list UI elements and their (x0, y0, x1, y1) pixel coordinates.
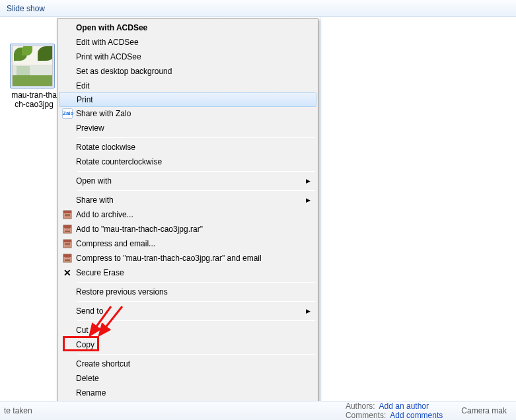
menu-add-to-rar[interactable]: Add to "mau-tran-thach-cao3jpg.rar" (59, 222, 316, 236)
right-pane (320, 17, 516, 401)
menu-copy[interactable]: Copy (59, 337, 316, 352)
winrar-icon (62, 209, 73, 220)
separator (77, 190, 315, 191)
camera-make-label: Camera mak (461, 406, 507, 415)
menu-send-to[interactable]: Send to▶ (59, 304, 316, 318)
svg-rect-11 (63, 240, 71, 242)
svg-rect-17 (65, 258, 70, 258)
svg-rect-4 (65, 217, 70, 217)
svg-rect-2 (65, 214, 70, 215)
menu-edit[interactable]: Edit (59, 79, 316, 93)
svg-rect-16 (63, 254, 71, 257)
menu-print[interactable]: Print (59, 92, 316, 107)
status-date-taken: te taken (0, 406, 53, 415)
submenu-arrow-icon: ▶ (303, 178, 313, 184)
svg-rect-6 (63, 225, 71, 228)
menu-rotate-ccw[interactable]: Rotate counterclockwise (59, 155, 316, 169)
menu-delete[interactable]: Delete (59, 371, 316, 386)
slide-show-button[interactable]: Slide show (7, 4, 45, 13)
menu-create-shortcut[interactable]: Create shortcut (59, 357, 316, 371)
menu-restore-prev[interactable]: Restore previous versions (59, 285, 316, 299)
svg-rect-1 (63, 211, 71, 213)
menu-open-with[interactable]: Open with▶ (59, 174, 316, 188)
menu-open-acdsee[interactable]: Open with ACDSee (59, 20, 316, 35)
menu-edit-acdsee[interactable]: Edit with ACDSee (59, 35, 316, 50)
toolbar: Slide show (0, 0, 516, 17)
separator (77, 282, 315, 283)
winrar-icon (62, 253, 73, 263)
separator (77, 137, 315, 138)
file-thumbnail[interactable]: mau-tran-thach-cao3jpg (10, 44, 58, 109)
svg-rect-7 (65, 228, 70, 229)
svg-rect-14 (65, 246, 70, 246)
menu-share-with[interactable]: Share with▶ (59, 193, 316, 207)
svg-rect-12 (65, 243, 70, 244)
menu-print-acdsee[interactable]: Print with ACDSee (59, 50, 316, 64)
svg-rect-9 (65, 231, 70, 232)
svg-rect-18 (65, 259, 70, 260)
menu-cut[interactable]: Cut (59, 323, 316, 337)
menu-compress-to-email[interactable]: Compress to "mau-tran-thach-cao3jpg.rar"… (59, 251, 316, 265)
menu-set-desktop[interactable]: Set as desktop background (59, 64, 316, 79)
menu-compress-email[interactable]: Compress and email... (59, 236, 316, 251)
menu-preview[interactable]: Preview (59, 121, 316, 135)
authors-value[interactable]: Add an author (379, 402, 429, 411)
comments-value[interactable]: Add comments (390, 411, 443, 420)
context-menu: Open with ACDSee Edit with ACDSee Print … (57, 18, 318, 420)
submenu-arrow-icon: ▶ (303, 308, 313, 314)
svg-rect-8 (65, 230, 70, 230)
separator (77, 171, 315, 172)
menu-share-zalo[interactable]: ZaloShare with Zalo (59, 106, 316, 121)
comments-label: Comments: (346, 411, 386, 420)
authors-label: Authors: (346, 402, 375, 411)
thumbnail-label: mau-tran-thach-cao3jpg (10, 90, 58, 109)
menu-secure-erase[interactable]: ✕Secure Erase (59, 265, 316, 280)
menu-rename[interactable]: Rename (59, 386, 316, 400)
winrar-icon (62, 238, 73, 249)
separator (77, 301, 315, 302)
separator (77, 354, 315, 355)
svg-rect-13 (65, 244, 70, 245)
status-bar: te taken Authors:Add an author Comments:… (0, 401, 516, 420)
winrar-icon (62, 224, 73, 234)
svg-rect-19 (65, 260, 70, 261)
menu-add-archive[interactable]: Add to archive... (59, 207, 316, 222)
thumbnail-image (12, 46, 53, 87)
submenu-arrow-icon: ▶ (303, 197, 313, 203)
separator (77, 320, 315, 321)
menu-rotate-cw[interactable]: Rotate clockwise (59, 140, 316, 155)
x-icon: ✕ (62, 267, 73, 278)
svg-rect-3 (65, 215, 70, 216)
zalo-icon: Zalo (62, 108, 73, 119)
